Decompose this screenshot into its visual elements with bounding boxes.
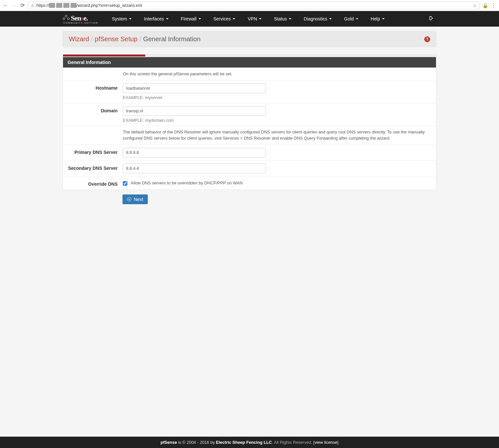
nav-status[interactable]: Status xyxy=(269,11,296,27)
nav-firewall[interactable]: Firewall xyxy=(176,11,206,27)
dns-info: The default behavior of the DNS Resolver… xyxy=(123,129,431,142)
chevron-down-icon xyxy=(166,18,169,19)
breadcrumb: Wizard / pfSense Setup / General Informa… xyxy=(63,31,436,47)
crumb-current: General Information xyxy=(143,35,201,43)
logout-icon[interactable] xyxy=(425,16,436,22)
brand-word: Sense. xyxy=(71,14,88,22)
nav-gold[interactable]: Gold xyxy=(339,11,363,27)
url-text: https://██.██.██.██/wizard.php?xml=setup… xyxy=(36,3,471,8)
nav-diagnostics[interactable]: Diagnostics xyxy=(299,11,336,27)
dns1-input[interactable] xyxy=(123,148,266,157)
hostname-label: Hostname xyxy=(68,83,123,100)
domain-help: EXAMPLE: mydomain.com xyxy=(123,118,431,123)
chevron-down-icon xyxy=(259,18,262,19)
hostname-input[interactable] xyxy=(123,83,266,93)
wizard-progress xyxy=(63,54,436,57)
crumb-wizard[interactable]: Wizard xyxy=(69,35,89,43)
bookmark-icon[interactable]: ☆ xyxy=(473,3,477,8)
double-chevron-icon: » xyxy=(127,197,131,201)
brand-subtitle: COMMUNITY EDITION xyxy=(63,22,98,24)
override-dns-checkbox[interactable] xyxy=(123,181,127,186)
forward-button: → xyxy=(11,3,17,8)
insecure-icon: ⚠ xyxy=(31,3,34,8)
crumb-sep: / xyxy=(91,35,93,43)
hostname-help: EXAMPLE: myserver xyxy=(123,95,431,100)
page-footer: pfSense is © 2004 - 2016 by Electric She… xyxy=(0,437,499,448)
brand-logo[interactable]: Sense. COMMUNITY EDITION xyxy=(63,14,98,24)
override-help: Allow DNS servers to be overridden by DH… xyxy=(131,180,243,186)
nav-vpn[interactable]: VPN xyxy=(243,11,266,27)
chevron-down-icon xyxy=(356,18,358,19)
nav-system[interactable]: System xyxy=(107,11,136,27)
crumb-sep: / xyxy=(139,35,141,43)
chevron-down-icon xyxy=(329,18,332,19)
footer-company: Electric Sheep Fencing LLC xyxy=(216,440,272,445)
chevron-down-icon xyxy=(198,18,201,19)
help-icon[interactable]: ? xyxy=(424,36,430,42)
chevron-down-icon xyxy=(233,18,235,19)
dns1-label: Primary DNS Server xyxy=(68,148,123,157)
crumb-setup[interactable]: pfSense Setup xyxy=(95,35,137,43)
address-bar[interactable]: ⚠ https://██.██.██.██/wizard.php?xml=set… xyxy=(28,2,480,9)
nav-help[interactable]: Help xyxy=(366,11,389,27)
footer-brand: pfSense xyxy=(160,440,177,445)
logo-icon xyxy=(63,16,70,21)
wizard-progress-fill xyxy=(63,55,145,56)
domain-input[interactable] xyxy=(123,106,266,116)
chevron-down-icon xyxy=(289,18,291,19)
panel-intro: On this screen the general pfSense param… xyxy=(123,71,431,77)
general-information-panel: General Information On this screen the g… xyxy=(63,57,436,190)
panel-title: General Information xyxy=(63,57,436,68)
view-license-link[interactable]: view license xyxy=(314,440,337,445)
extension-icon[interactable]: 🔒 xyxy=(482,3,488,8)
next-button[interactable]: » Next xyxy=(122,194,148,204)
nav-services[interactable]: Services xyxy=(209,11,240,27)
browser-toolbar: ← → ⟳ ⚠ https://██.██.██.██/wizard.php?x… xyxy=(0,0,499,11)
nav-interfaces[interactable]: Interfaces xyxy=(139,11,173,27)
override-label: Override DNS xyxy=(68,180,123,187)
chevron-down-icon xyxy=(129,18,132,19)
next-button-label: Next xyxy=(134,197,143,202)
dns2-label: Secondary DNS Server xyxy=(68,164,123,173)
chevron-down-icon xyxy=(382,18,385,19)
back-button[interactable]: ← xyxy=(3,3,8,8)
domain-label: Domain xyxy=(68,106,123,123)
reload-button[interactable]: ⟳ xyxy=(19,3,25,8)
dns2-input[interactable] xyxy=(123,164,266,173)
top-navigation: Sense. COMMUNITY EDITION System Interfac… xyxy=(0,11,499,27)
